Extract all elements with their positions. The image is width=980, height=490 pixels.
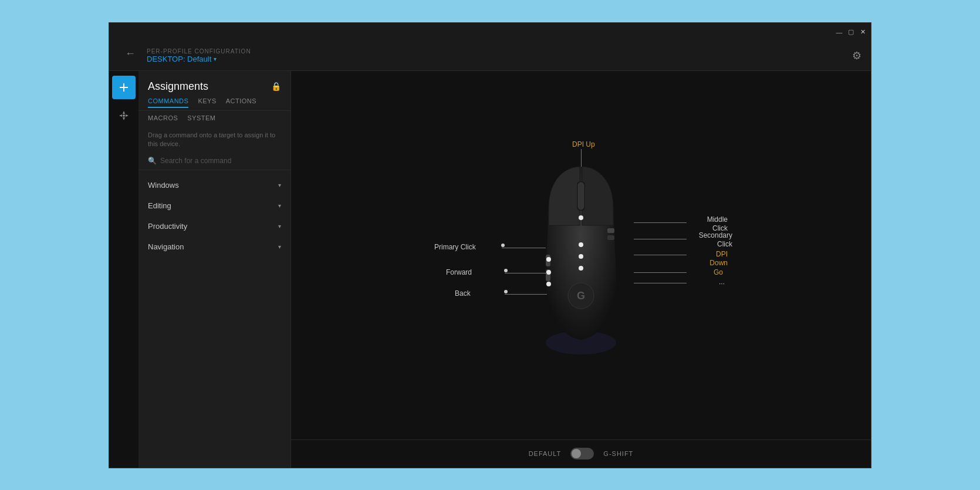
close-button[interactable]: ✕ (859, 29, 866, 36)
sub-tab-row: MACROS SYSTEM (138, 111, 290, 125)
sub-tab-macros[interactable]: MACROS (148, 114, 178, 121)
svg-point-17 (579, 242, 583, 247)
settings-icon[interactable]: ⚙ (852, 49, 861, 62)
category-editing-chevron: ▾ (278, 202, 281, 209)
app-body: Assignments 🔒 COMMANDS KEYS ACTIONS MACR… (109, 71, 871, 468)
tab-actions[interactable]: ACTIONS (226, 97, 256, 108)
sidebar-item-add[interactable] (112, 76, 136, 99)
tab-row: COMMANDS KEYS ACTIONS (138, 97, 290, 111)
icon-sidebar (109, 71, 138, 468)
profile-label: PER-PROFILE CONFIGURATION (147, 48, 251, 55)
dpi-down-line (634, 255, 687, 255)
svg-rect-9 (578, 183, 584, 209)
svg-point-6 (123, 114, 125, 117)
secondary-click-line (634, 239, 687, 239)
go-label: Go (714, 268, 723, 276)
category-navigation-label: Navigation (148, 242, 184, 251)
mouse-body: G (531, 161, 631, 363)
bottom-bar: DEFAULT G-SHIFT (291, 440, 871, 468)
gshift-label: G-SHIFT (603, 450, 633, 457)
category-editing-label: Editing (148, 201, 171, 210)
svg-rect-1 (120, 87, 128, 88)
tab-keys[interactable]: KEYS (198, 97, 216, 108)
svg-point-20 (546, 257, 551, 262)
mouse-view: DPI Up (291, 71, 871, 468)
svg-point-18 (579, 254, 583, 259)
svg-marker-5 (126, 114, 129, 117)
category-productivity-label: Productivity (148, 222, 187, 231)
sub-tab-system[interactable]: SYSTEM (187, 114, 215, 121)
dpad-icon (118, 110, 130, 121)
svg-point-19 (579, 266, 583, 271)
primary-click-line (502, 248, 546, 248)
category-windows[interactable]: Windows ▾ (138, 175, 290, 195)
maximize-button[interactable]: ▢ (847, 29, 854, 36)
device-name: DESKTOP: Default (147, 55, 211, 63)
middle-click-line (634, 222, 687, 223)
more-label: ··· (719, 279, 725, 288)
add-icon (118, 82, 130, 93)
dpi-up-label: DPI Up (572, 140, 595, 148)
assignments-panel: Assignments 🔒 COMMANDS KEYS ACTIONS MACR… (138, 71, 291, 468)
device-selector[interactable]: DESKTOP: Default ▾ (147, 55, 251, 63)
forward-label: Forward (446, 268, 472, 276)
search-input[interactable] (160, 157, 281, 165)
secondary-click-label: SecondaryClick (699, 231, 732, 249)
search-icon: 🔍 (148, 157, 157, 165)
svg-rect-13 (607, 235, 614, 240)
go-line (634, 272, 687, 273)
category-windows-label: Windows (148, 181, 179, 190)
back-line (505, 294, 547, 295)
panel-title: Assignments (148, 80, 208, 93)
device-chevron: ▾ (214, 56, 217, 62)
svg-marker-3 (123, 117, 125, 120)
title-bar: — ▢ ✕ (109, 23, 871, 42)
category-productivity[interactable]: Productivity ▾ (138, 216, 290, 236)
app-window: — ▢ ✕ ← PER-PROFILE CONFIGURATION DESKTO… (109, 22, 871, 468)
search-row: 🔍 (138, 154, 290, 170)
drag-instruction: Drag a command onto a target to assign i… (138, 125, 290, 155)
svg-text:G: G (577, 290, 585, 302)
category-navigation[interactable]: Navigation ▾ (138, 236, 290, 257)
mouse-diagram: DPI Up (428, 129, 734, 410)
svg-point-22 (546, 282, 551, 286)
main-content: Assignments 🔒 COMMANDS KEYS ACTIONS MACR… (138, 71, 871, 468)
svg-point-21 (546, 270, 551, 275)
default-label: DEFAULT (529, 450, 562, 457)
category-windows-chevron: ▾ (278, 182, 281, 188)
category-editing[interactable]: Editing ▾ (138, 195, 290, 216)
svg-point-16 (579, 215, 583, 220)
category-productivity-chevron: ▾ (278, 223, 281, 229)
primary-click-dot (501, 244, 505, 247)
dpi-down-label: DPIDown (709, 250, 728, 268)
category-navigation-chevron: ▾ (278, 244, 281, 250)
forward-line (505, 273, 547, 273)
back-label: Back (455, 289, 471, 298)
more-line (634, 283, 687, 283)
category-list: Windows ▾ Editing ▾ Productivity ▾ Navig… (138, 170, 290, 467)
primary-click-label: Primary Click (434, 243, 476, 251)
header-profile: PER-PROFILE CONFIGURATION DESKTOP: Defau… (147, 48, 251, 63)
title-bar-buttons: — ▢ ✕ (836, 29, 866, 36)
header: ← PER-PROFILE CONFIGURATION DESKTOP: Def… (109, 42, 871, 71)
tab-commands[interactable]: COMMANDS (148, 97, 188, 108)
sidebar-item-dpad[interactable] (112, 104, 136, 127)
svg-marker-2 (123, 111, 125, 114)
svg-rect-12 (607, 228, 614, 233)
back-button[interactable]: ← (119, 44, 142, 63)
mode-toggle[interactable] (570, 448, 594, 459)
panel-title-row: Assignments 🔒 (138, 71, 290, 97)
lock-icon: 🔒 (271, 82, 281, 91)
back-dot (504, 290, 508, 293)
minimize-button[interactable]: — (836, 29, 843, 36)
forward-dot (504, 269, 508, 272)
svg-marker-4 (119, 114, 122, 117)
